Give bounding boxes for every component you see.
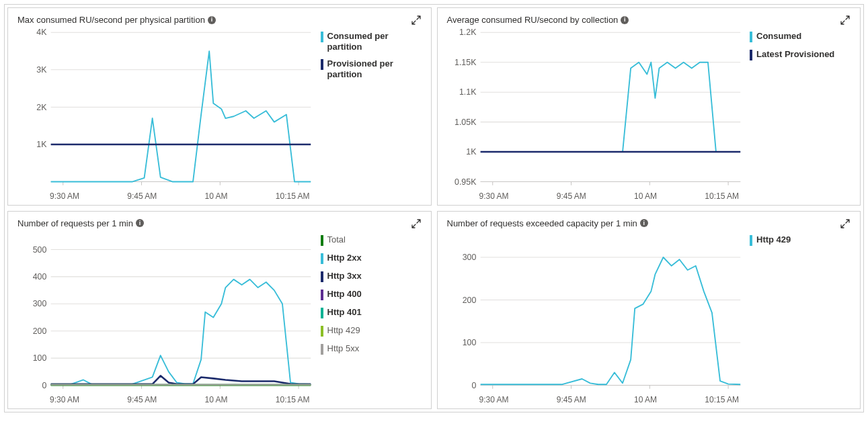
- panel-title-text: Number of requests per 1 min: [17, 218, 133, 228]
- legend-item[interactable]: Consumed per partition: [321, 31, 422, 52]
- x-tick: 9:30 AM: [50, 191, 79, 201]
- svg-text:100: 100: [33, 353, 47, 363]
- svg-text:1.05K: 1.05K: [455, 118, 477, 127]
- x-tick: 9:30 AM: [50, 395, 79, 404]
- legend-swatch: [321, 290, 323, 300]
- legend-swatch: [321, 59, 323, 70]
- x-tick: 10:15 AM: [276, 395, 310, 404]
- panel-header: Number of requests per 1 min i: [17, 218, 422, 229]
- chart-area: 0.95K1K1.05K1.1K1.15K1.2K 9:30 AM 9:45 A…: [447, 27, 746, 201]
- chart-svg: 0.95K1K1.05K1.1K1.15K1.2K: [447, 27, 746, 190]
- x-tick: 10 AM: [205, 191, 228, 201]
- x-tick: 10 AM: [634, 395, 657, 404]
- panel-body: 0100200300 9:30 AM 9:45 AM 10 AM 10:15 A…: [447, 230, 851, 404]
- panel-requests-exceeded: Number of requests exceeded capacity per…: [437, 211, 861, 409]
- x-tick: 9:30 AM: [479, 191, 509, 201]
- chart-legend: Consumed per partitionProvisioned per pa…: [321, 27, 422, 201]
- svg-text:300: 300: [462, 253, 476, 262]
- x-axis-labels: 9:30 AM 9:45 AM 10 AM 10:15 AM: [447, 191, 746, 201]
- legend-item[interactable]: Http 2xx: [321, 253, 422, 264]
- legend-swatch: [750, 32, 752, 42]
- legend-swatch: [321, 253, 323, 264]
- info-icon[interactable]: i: [208, 16, 216, 24]
- legend-item[interactable]: Http 429: [750, 234, 851, 246]
- svg-text:300: 300: [33, 299, 47, 308]
- legend-item[interactable]: Total: [321, 234, 422, 246]
- panel-body: 1K2K3K4K 9:30 AM 9:45 AM 10 AM 10:15 AM …: [17, 27, 422, 201]
- x-tick: 9:45 AM: [557, 191, 586, 201]
- svg-text:1K: 1K: [36, 140, 47, 149]
- svg-text:1.1K: 1.1K: [459, 87, 476, 97]
- x-axis-labels: 9:30 AM 9:45 AM 10 AM 10:15 AM: [17, 395, 317, 404]
- expand-icon[interactable]: [411, 15, 422, 26]
- legend-item[interactable]: Http 401: [321, 307, 422, 318]
- legend-item[interactable]: Provisioned per partition: [321, 58, 422, 79]
- legend-label: Http 3xx: [327, 271, 362, 281]
- dashboard-grid: Max consumed RU/second per physical part…: [4, 4, 864, 412]
- chart-svg: 0100200300: [447, 230, 746, 394]
- panel-title: Number of requests per 1 min i: [17, 218, 144, 228]
- expand-icon[interactable]: [840, 15, 851, 26]
- legend-swatch: [321, 271, 323, 282]
- legend-item[interactable]: Http 5xx: [321, 343, 422, 355]
- legend-swatch: [321, 235, 323, 246]
- chart-legend: TotalHttp 2xxHttp 3xxHttp 400Http 401Htt…: [321, 230, 422, 404]
- info-icon[interactable]: i: [640, 219, 648, 227]
- info-icon[interactable]: i: [136, 219, 144, 227]
- svg-text:400: 400: [33, 272, 47, 281]
- legend-label: Http 401: [327, 307, 362, 318]
- panel-requests-per-min: Number of requests per 1 min i 010020030…: [7, 211, 432, 409]
- x-tick: 10:15 AM: [276, 191, 310, 201]
- svg-text:100: 100: [462, 338, 476, 347]
- legend-label: Http 429: [756, 234, 791, 245]
- legend-item[interactable]: Http 400: [321, 289, 422, 300]
- legend-label: Http 5xx: [327, 343, 360, 354]
- legend-swatch: [321, 32, 323, 42]
- svg-text:500: 500: [33, 245, 47, 255]
- chart-area: 0100200300 9:30 AM 9:45 AM 10 AM 10:15 A…: [447, 230, 746, 404]
- svg-text:1K: 1K: [466, 147, 477, 157]
- svg-text:2K: 2K: [36, 103, 47, 112]
- legend-label: Consumed per partition: [327, 31, 422, 52]
- legend-label: Latest Provisioned: [756, 49, 834, 60]
- panel-avg-consumed-ru: Average consumed RU/second by collection…: [437, 7, 861, 206]
- panel-header: Number of requests exceeded capacity per…: [447, 218, 851, 229]
- svg-text:1.2K: 1.2K: [459, 28, 476, 37]
- x-axis-labels: 9:30 AM 9:45 AM 10 AM 10:15 AM: [447, 395, 746, 404]
- x-tick: 9:45 AM: [127, 395, 157, 404]
- svg-text:0: 0: [471, 381, 476, 390]
- svg-text:4K: 4K: [36, 28, 47, 37]
- legend-swatch: [321, 308, 323, 318]
- legend-label: Total: [327, 234, 346, 245]
- x-tick: 10 AM: [205, 395, 228, 404]
- x-tick: 10 AM: [634, 191, 657, 201]
- chart-area: 1K2K3K4K 9:30 AM 9:45 AM 10 AM 10:15 AM: [17, 27, 317, 201]
- svg-text:0.95K: 0.95K: [455, 177, 477, 187]
- legend-swatch: [321, 344, 323, 355]
- panel-header: Average consumed RU/second by collection…: [447, 15, 851, 26]
- legend-label: Http 2xx: [327, 253, 362, 263]
- chart-area: 0100200300400500 9:30 AM 9:45 AM 10 AM 1…: [17, 230, 317, 404]
- panel-title: Max consumed RU/second per physical part…: [17, 15, 216, 25]
- legend-item[interactable]: Http 429: [321, 325, 422, 337]
- panel-title: Average consumed RU/second by collection…: [447, 15, 629, 25]
- x-tick: 9:45 AM: [127, 191, 157, 201]
- info-icon[interactable]: i: [621, 16, 629, 24]
- expand-icon[interactable]: [840, 218, 851, 229]
- legend-label: Consumed: [756, 31, 801, 42]
- legend-item[interactable]: Http 3xx: [321, 271, 422, 282]
- legend-swatch: [750, 50, 752, 60]
- expand-icon[interactable]: [411, 218, 422, 229]
- chart-legend: Http 429: [750, 230, 851, 404]
- legend-swatch: [750, 235, 752, 246]
- x-axis-labels: 9:30 AM 9:45 AM 10 AM 10:15 AM: [17, 191, 317, 201]
- chart-legend: ConsumedLatest Provisioned: [750, 27, 851, 201]
- panel-title-text: Number of requests exceeded capacity per…: [447, 218, 637, 228]
- svg-text:200: 200: [33, 326, 47, 336]
- panel-title-text: Average consumed RU/second by collection: [447, 15, 619, 25]
- x-tick: 9:30 AM: [479, 395, 509, 404]
- legend-item[interactable]: Consumed: [750, 31, 851, 42]
- legend-item[interactable]: Latest Provisioned: [750, 49, 851, 60]
- panel-header: Max consumed RU/second per physical part…: [17, 15, 422, 26]
- chart-svg: 1K2K3K4K: [17, 27, 317, 190]
